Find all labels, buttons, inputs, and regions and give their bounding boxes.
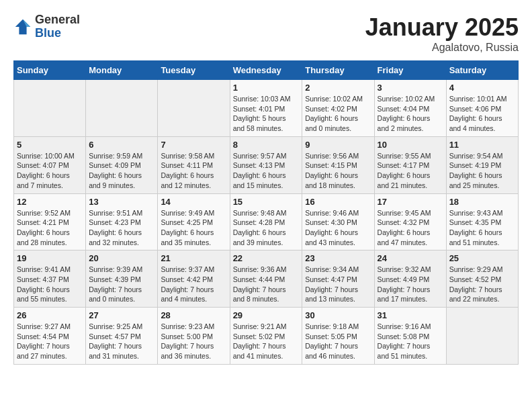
day-cell: 22Sunrise: 9:36 AM Sunset: 4:44 PM Dayli… [230,250,302,308]
week-row-4: 19Sunrise: 9:41 AM Sunset: 4:37 PM Dayli… [14,250,519,308]
week-row-1: 1Sunrise: 10:03 AM Sunset: 4:01 PM Dayli… [14,80,519,137]
weekday-header-thursday: Thursday [302,61,374,80]
day-cell: 13Sunrise: 9:51 AM Sunset: 4:23 PM Dayli… [86,193,158,250]
day-info: Sunrise: 9:58 AM Sunset: 4:11 PM Dayligh… [161,151,226,191]
day-cell: 27Sunrise: 9:25 AM Sunset: 4:57 PM Dayli… [86,308,158,365]
day-info: Sunrise: 10:01 AM Sunset: 4:06 PM Daylig… [449,94,515,134]
day-number: 31 [378,310,443,320]
day-info: Sunrise: 9:45 AM Sunset: 4:32 PM Dayligh… [378,208,443,248]
day-number: 8 [233,140,300,150]
day-number: 20 [89,253,154,263]
day-cell: 7Sunrise: 9:58 AM Sunset: 4:11 PM Daylig… [158,136,230,193]
day-info: Sunrise: 9:59 AM Sunset: 4:09 PM Dayligh… [89,151,154,191]
day-info: Sunrise: 9:52 AM Sunset: 4:21 PM Dayligh… [17,208,83,248]
day-info: Sunrise: 9:21 AM Sunset: 5:02 PM Dayligh… [233,322,300,361]
day-number: 24 [378,253,443,263]
weekday-header-row: SundayMondayTuesdayWednesdayThursdayFrid… [14,61,519,80]
weekday-header-saturday: Saturday [446,61,518,80]
day-info: Sunrise: 9:51 AM Sunset: 4:23 PM Dayligh… [89,208,154,248]
weekday-header-friday: Friday [374,61,446,80]
day-cell: 4Sunrise: 10:01 AM Sunset: 4:06 PM Dayli… [446,80,518,137]
day-cell: 10Sunrise: 9:55 AM Sunset: 4:17 PM Dayli… [374,136,446,193]
day-cell: 23Sunrise: 9:34 AM Sunset: 4:47 PM Dayli… [302,250,374,308]
day-number: 29 [233,310,300,320]
day-info: Sunrise: 9:29 AM Sunset: 4:52 PM Dayligh… [449,265,515,304]
day-number: 19 [17,253,83,263]
day-number: 6 [89,140,154,150]
day-number: 28 [161,310,226,320]
day-cell: 9Sunrise: 9:56 AM Sunset: 4:15 PM Daylig… [302,136,374,193]
day-number: 16 [305,197,371,207]
day-info: Sunrise: 10:02 AM Sunset: 4:04 PM Daylig… [378,94,443,134]
day-cell: 29Sunrise: 9:21 AM Sunset: 5:02 PM Dayli… [230,308,302,365]
day-number: 12 [17,197,83,207]
day-number: 2 [305,83,371,93]
day-info: Sunrise: 9:49 AM Sunset: 4:25 PM Dayligh… [161,208,226,248]
day-number: 15 [233,197,300,207]
day-number: 22 [233,253,300,263]
day-cell: 20Sunrise: 9:39 AM Sunset: 4:39 PM Dayli… [86,250,158,308]
title-block: January 2025 Agalatovo, Russia [365,13,519,54]
day-cell: 18Sunrise: 9:43 AM Sunset: 4:35 PM Dayli… [446,193,518,250]
day-cell [86,80,158,137]
day-info: Sunrise: 9:18 AM Sunset: 5:05 PM Dayligh… [305,322,371,361]
day-info: Sunrise: 10:00 AM Sunset: 4:07 PM Daylig… [17,151,83,191]
calendar-table: SundayMondayTuesdayWednesdayThursdayFrid… [13,60,519,365]
week-row-3: 12Sunrise: 9:52 AM Sunset: 4:21 PM Dayli… [14,193,519,250]
day-cell [158,80,230,137]
day-number: 27 [89,310,154,320]
day-info: Sunrise: 9:16 AM Sunset: 5:08 PM Dayligh… [378,322,443,361]
calendar-body: 1Sunrise: 10:03 AM Sunset: 4:01 PM Dayli… [14,80,519,365]
weekday-header-sunday: Sunday [14,61,86,80]
day-cell: 17Sunrise: 9:45 AM Sunset: 4:32 PM Dayli… [374,193,446,250]
day-info: Sunrise: 9:56 AM Sunset: 4:15 PM Dayligh… [305,151,371,191]
day-cell: 25Sunrise: 9:29 AM Sunset: 4:52 PM Dayli… [446,250,518,308]
day-number: 11 [449,140,515,150]
day-number: 9 [305,140,371,150]
day-info: Sunrise: 9:23 AM Sunset: 5:00 PM Dayligh… [161,322,226,361]
day-cell: 2Sunrise: 10:02 AM Sunset: 4:02 PM Dayli… [302,80,374,137]
day-number: 30 [305,310,371,320]
day-info: Sunrise: 9:25 AM Sunset: 4:57 PM Dayligh… [89,322,154,361]
weekday-header-wednesday: Wednesday [230,61,302,80]
day-info: Sunrise: 9:55 AM Sunset: 4:17 PM Dayligh… [378,151,443,191]
day-info: Sunrise: 9:57 AM Sunset: 4:13 PM Dayligh… [233,151,300,191]
day-cell: 6Sunrise: 9:59 AM Sunset: 4:09 PM Daylig… [86,136,158,193]
logo-icon [13,17,32,36]
day-info: Sunrise: 10:03 AM Sunset: 4:01 PM Daylig… [233,94,300,134]
day-number: 18 [449,197,515,207]
day-number: 25 [449,253,515,263]
day-info: Sunrise: 9:32 AM Sunset: 4:49 PM Dayligh… [378,265,443,304]
day-cell: 15Sunrise: 9:48 AM Sunset: 4:28 PM Dayli… [230,193,302,250]
day-cell: 5Sunrise: 10:00 AM Sunset: 4:07 PM Dayli… [14,136,86,193]
day-cell [14,80,86,137]
day-cell: 19Sunrise: 9:41 AM Sunset: 4:37 PM Dayli… [14,250,86,308]
day-cell: 28Sunrise: 9:23 AM Sunset: 5:00 PM Dayli… [158,308,230,365]
day-cell: 30Sunrise: 9:18 AM Sunset: 5:05 PM Dayli… [302,308,374,365]
day-info: Sunrise: 9:36 AM Sunset: 4:44 PM Dayligh… [233,265,300,304]
day-cell: 26Sunrise: 9:27 AM Sunset: 4:54 PM Dayli… [14,308,86,365]
day-info: Sunrise: 9:39 AM Sunset: 4:39 PM Dayligh… [89,265,154,304]
day-number: 7 [161,140,226,150]
day-cell: 3Sunrise: 10:02 AM Sunset: 4:04 PM Dayli… [374,80,446,137]
logo: General Blue [13,13,80,40]
day-info: Sunrise: 9:46 AM Sunset: 4:30 PM Dayligh… [305,208,371,248]
day-number: 21 [161,253,226,263]
day-cell: 8Sunrise: 9:57 AM Sunset: 4:13 PM Daylig… [230,136,302,193]
month-title: January 2025 [365,13,519,42]
day-info: Sunrise: 9:54 AM Sunset: 4:19 PM Dayligh… [449,151,515,191]
day-number: 3 [378,83,443,93]
logo-blue-text: Blue [35,26,61,40]
day-cell: 14Sunrise: 9:49 AM Sunset: 4:25 PM Dayli… [158,193,230,250]
weekday-header-tuesday: Tuesday [158,61,230,80]
week-row-5: 26Sunrise: 9:27 AM Sunset: 4:54 PM Dayli… [14,308,519,365]
page-header: General Blue January 2025 Agalatovo, Rus… [13,13,519,54]
day-info: Sunrise: 9:27 AM Sunset: 4:54 PM Dayligh… [17,322,83,361]
day-number: 17 [378,197,443,207]
calendar-header: SundayMondayTuesdayWednesdayThursdayFrid… [14,61,519,80]
day-cell: 21Sunrise: 9:37 AM Sunset: 4:42 PM Dayli… [158,250,230,308]
day-info: Sunrise: 9:43 AM Sunset: 4:35 PM Dayligh… [449,208,515,248]
day-info: Sunrise: 9:41 AM Sunset: 4:37 PM Dayligh… [17,265,83,304]
day-number: 1 [233,83,300,93]
day-cell [446,308,518,365]
